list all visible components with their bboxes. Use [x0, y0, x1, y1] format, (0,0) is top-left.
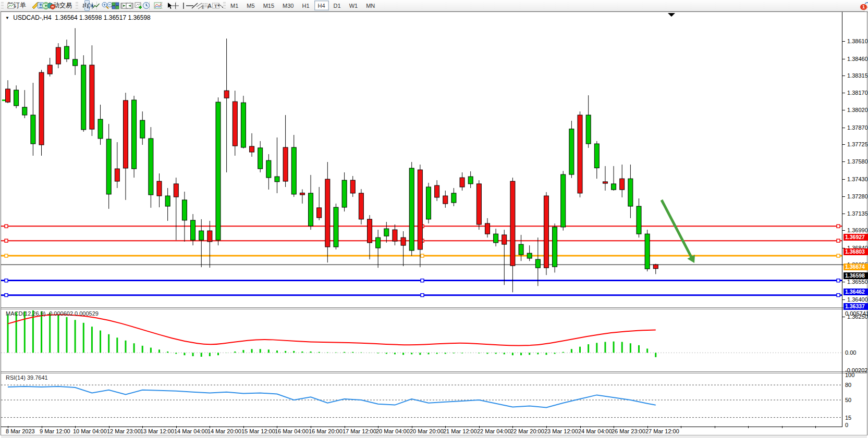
price-tick-mark: [842, 41, 845, 42]
chart-title: ▼ USDCAD-,H4 1.36564 1.36598 1.36517 1.3…: [5, 14, 154, 21]
rsi-axis-label: 50: [845, 397, 851, 403]
line-chart-icon: [92, 2, 100, 9]
price-tick-label: 1.37135: [847, 210, 868, 217]
price-line-badge: 1.36927: [843, 234, 868, 241]
date-label: 26 Mar 23:00: [612, 428, 645, 434]
rsi-axis-label: 0: [845, 422, 848, 428]
date-label: 20 Mar 20:00: [410, 428, 444, 434]
axis-border: [842, 12, 842, 427]
date-label: 8 Mar 2023: [6, 428, 35, 434]
chart-window: ▼ USDCAD-,H4 1.36564 1.36598 1.36517 1.3…: [1, 11, 867, 435]
timeframe-m5[interactable]: M5: [243, 1, 258, 10]
timeframe-m15[interactable]: M15: [260, 1, 278, 10]
price-line-badge: 1.36462: [843, 289, 868, 295]
toolbar-grip[interactable]: [1, 2, 4, 9]
new-chart-icon: [135, 2, 143, 9]
autotrade-icon: [47, 2, 55, 9]
price-line-badge: 1.36337: [843, 303, 868, 310]
price-tick-mark: [842, 179, 845, 180]
svg-text:A: A: [207, 3, 212, 9]
timeframe-m30[interactable]: M30: [279, 1, 297, 10]
date-label: 23 Mar 12:00: [544, 428, 578, 434]
price-tick-label: 1.36990: [847, 227, 868, 233]
price-tick-label: 1.37580: [847, 158, 868, 165]
price-tick-mark: [842, 128, 845, 128]
crosshair-icon: [172, 2, 179, 9]
date-label: 22 Mar 20:00: [510, 428, 544, 434]
price-tick-label: 1.38315: [847, 72, 868, 79]
chart-back-icon: [126, 2, 133, 9]
price-tick-mark: [842, 161, 845, 162]
date-label: 27 Mar 12:00: [645, 428, 679, 434]
timeframe-h1[interactable]: H1: [298, 1, 313, 10]
macd-axis-label: 0.00: [845, 349, 856, 356]
price-line-badge: 1.36674: [843, 264, 868, 270]
price-line-badge: 1.36803: [843, 248, 868, 255]
date-label: 14 Mar 04:00: [174, 428, 208, 434]
price-tick-mark: [842, 282, 845, 282]
bar-chart-button[interactable]: [79, 0, 84, 11]
macd-axis-label: 0.005741: [845, 310, 868, 317]
price-tick-label: 1.36400: [847, 296, 868, 303]
arrows-icon: [217, 2, 225, 9]
rsi-axis-label: 15: [845, 415, 851, 421]
price-tick-mark: [842, 214, 845, 214]
rsi-label: RSI(14) 39.7641: [6, 374, 48, 381]
date-label: 17 Mar 12:00: [343, 428, 376, 434]
timeframe-m1[interactable]: M1: [227, 1, 242, 10]
price-line-badge: 1.36598: [843, 272, 868, 279]
timeframe-group: M1M5M15M30H1H4D1W1MN: [227, 1, 378, 10]
date-label: 16 Mar 04:00: [275, 428, 309, 434]
date-label: 22 Mar 04:00: [477, 428, 511, 434]
rsi-axis-label: 100: [845, 372, 854, 378]
chat-badge: 1: [860, 4, 867, 10]
clock-icon: [142, 2, 150, 9]
price-tick-label: 1.37430: [847, 176, 868, 182]
timeframe-w1[interactable]: W1: [346, 1, 362, 10]
price-tick-mark: [842, 76, 845, 76]
tile-windows-icon: [112, 2, 119, 9]
price-tick-mark: [842, 144, 845, 145]
new-order-button[interactable]: 新订单: [5, 0, 29, 11]
indicators-button[interactable]: ▾: [151, 0, 159, 11]
symbol-period: USDCAD-,H4: [13, 14, 51, 21]
price-tick-mark: [842, 59, 845, 59]
timeframe-h4[interactable]: H4: [314, 1, 329, 10]
date-label: 9 Mar 12:00: [40, 428, 70, 434]
rsi-panel[interactable]: [1, 373, 842, 427]
time-axis-border: [1, 427, 842, 427]
price-tick-label: 1.37280: [847, 193, 868, 199]
price-tick-mark: [842, 93, 845, 93]
price-tick-label: 1.38610: [847, 38, 868, 44]
date-label: 24 Mar 04:00: [578, 428, 612, 434]
date-label: 15 Mar 12:00: [241, 428, 275, 434]
macd-panel[interactable]: [1, 309, 842, 372]
price-tick-label: 1.36550: [847, 279, 868, 285]
macd-label: MACD(12,26,9) -0.000602 0.000529: [6, 310, 99, 317]
timeframe-d1[interactable]: D1: [330, 1, 345, 10]
price-chart[interactable]: [1, 12, 842, 307]
timeframe-mn[interactable]: MN: [362, 1, 378, 10]
price-tick-mark: [842, 299, 845, 300]
ohlc-values: 1.36564 1.36598 1.36517 1.36598: [55, 14, 151, 21]
date-label: 12 Mar 23:00: [107, 428, 141, 434]
cursor-tool-button[interactable]: [164, 0, 169, 11]
main-toolbar: 新订单 自动交易: [0, 0, 868, 11]
price-tick-label: 1.38460: [847, 56, 868, 62]
collapse-triangle-icon[interactable]: ▼: [5, 16, 9, 20]
date-label: 10 Mar 04:00: [73, 428, 107, 434]
price-tick-mark: [842, 196, 845, 197]
price-tick-label: 1.37725: [847, 141, 868, 147]
price-tick-mark: [842, 230, 845, 231]
rsi-axis-label: 80: [845, 382, 851, 388]
price-tick-label: 1.37870: [847, 124, 868, 131]
date-label: 16 Mar 20:00: [309, 428, 343, 434]
price-tick-mark: [842, 110, 845, 110]
new-order-icon: [7, 2, 15, 9]
mt4-terminal: 新订单 自动交易: [0, 0, 868, 438]
history-button[interactable]: [29, 0, 34, 11]
status-strip: [1, 435, 867, 438]
toolbar-grip[interactable]: [76, 2, 78, 9]
price-tick-label: 1.38020: [847, 107, 868, 113]
autotrade-button[interactable]: 自动交易: [44, 0, 75, 11]
